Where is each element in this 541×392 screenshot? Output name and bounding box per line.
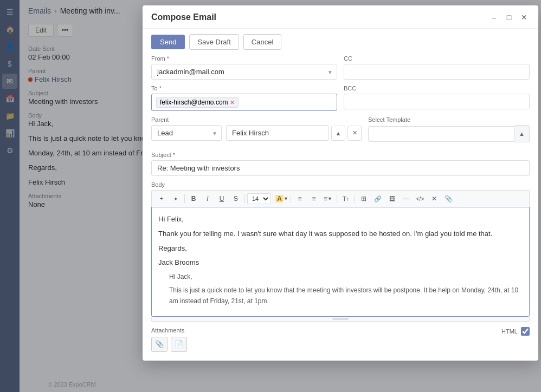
bcc-group: BCC: [344, 85, 530, 109]
editor-greeting: Hi Felix,: [158, 214, 523, 225]
parent-template-row: Parent Lead ▼ ▲ ✕: [151, 116, 530, 146]
toolbar-separator-6: [355, 194, 355, 203]
editor-link-button[interactable]: 🔗: [371, 193, 384, 205]
attachments-section: Attachments 📎 📄: [151, 327, 187, 352]
cc-group: CC: [344, 55, 530, 80]
editor-attach-button[interactable]: 📎: [442, 193, 455, 205]
to-group: To * felix-hirsch@demo.com ×: [151, 85, 337, 111]
toolbar-separator-5: [337, 194, 337, 203]
parent-name-input[interactable]: [226, 125, 329, 141]
parent-value-wrap: ▲ ✕: [226, 125, 362, 141]
from-cc-row: From * jackadmin@mail.com ▼ CC: [151, 55, 530, 80]
editor-content-area[interactable]: Hi Felix, Thank you for telling me. I wa…: [151, 207, 530, 317]
editor-ol-button[interactable]: ≡: [307, 193, 320, 205]
template-input[interactable]: [368, 126, 514, 142]
editor-align-button[interactable]: ≡▼: [321, 193, 334, 205]
modal-title: Compose Email: [151, 12, 216, 22]
editor-magic-button[interactable]: ✦: [169, 193, 182, 205]
from-select[interactable]: jackadmin@mail.com: [151, 64, 337, 80]
editor-paragraph: Thank you for telling me. I wasn't sure …: [158, 228, 523, 240]
editor-quote-block: Hi Jack, This is just a quick note to le…: [169, 272, 523, 306]
resize-bar: [332, 318, 349, 320]
cancel-button[interactable]: Cancel: [243, 34, 281, 50]
parent-type-input-wrap: Lead ▼: [151, 125, 222, 141]
minimize-button[interactable]: –: [488, 12, 499, 23]
bottom-row: Attachments 📎 📄 HTML: [151, 327, 530, 352]
parent-clear-button[interactable]: ✕: [347, 126, 362, 141]
parent-up-button[interactable]: ▲: [331, 126, 345, 141]
cc-input[interactable]: [344, 64, 530, 80]
subject-label: Subject *: [151, 152, 530, 158]
html-checkbox[interactable]: [521, 327, 530, 336]
to-email-value: felix-hirsch@demo.com: [160, 99, 228, 106]
highlight-arrow: ▼: [284, 196, 288, 201]
editor-code-button[interactable]: </>: [414, 193, 427, 205]
editor-quote-greeting: Hi Jack,: [169, 272, 523, 282]
from-input-wrap: jackadmin@mail.com ▼: [151, 64, 337, 80]
modal-form: From * jackadmin@mail.com ▼ CC To * f: [143, 55, 538, 361]
parent-group: Parent Lead ▼ ▲ ✕: [151, 116, 362, 146]
parent-label: Parent: [151, 116, 362, 123]
parent-type-select[interactable]: Lead: [151, 125, 222, 141]
editor-image-button[interactable]: 🖼: [385, 193, 398, 205]
editor-resize-handle[interactable]: [151, 317, 530, 322]
body-label: Body: [151, 181, 530, 188]
editor-bold-button[interactable]: B: [187, 193, 200, 205]
send-button[interactable]: Send: [151, 35, 185, 49]
toolbar-separator-4: [291, 194, 291, 203]
bcc-label: BCC: [344, 85, 530, 92]
highlight-icon: A: [275, 195, 284, 202]
editor-quote-body: This is just a quick note to let you kno…: [169, 285, 523, 306]
to-bcc-row: To * felix-hirsch@demo.com × BCC: [151, 85, 530, 111]
editor-hr-button[interactable]: —: [400, 193, 413, 205]
subject-input[interactable]: [151, 160, 530, 176]
parent-type-wrap: Lead ▼: [151, 125, 222, 141]
html-label: HTML: [501, 328, 518, 335]
html-section: HTML: [501, 327, 530, 336]
editor-plus-button[interactable]: +: [155, 193, 168, 205]
from-label: From *: [151, 55, 337, 62]
body-section: Body + ✦ B I U S 14 A ▼ ≡: [151, 181, 530, 322]
toolbar-separator-2: [244, 194, 245, 203]
save-draft-button[interactable]: Save Draft: [189, 34, 239, 50]
to-email-tag: felix-hirsch@demo.com ×: [156, 97, 239, 108]
editor-regards: Regards,: [158, 243, 523, 254]
toolbar-separator-3: [273, 194, 273, 203]
editor-highlight-button[interactable]: A ▼: [275, 193, 288, 205]
modal-controls: – □ ✕: [488, 12, 530, 23]
editor-table-button[interactable]: ⊞: [357, 193, 370, 205]
template-dropdown-button[interactable]: ▲: [514, 125, 530, 142]
editor-strikethrough-button[interactable]: S: [229, 193, 242, 205]
editor-format-button[interactable]: T↑: [339, 193, 352, 205]
editor-ul-button[interactable]: ≡: [293, 193, 306, 205]
to-email-remove-button[interactable]: ×: [230, 99, 235, 106]
close-button[interactable]: ✕: [519, 12, 530, 23]
maximize-button[interactable]: □: [504, 12, 514, 23]
editor-italic-button[interactable]: I: [201, 193, 214, 205]
parent-fields-row: Lead ▼ ▲ ✕: [151, 125, 362, 141]
editor-font-size-select[interactable]: 14: [247, 193, 270, 204]
to-field-container[interactable]: felix-hirsch@demo.com ×: [151, 94, 337, 111]
modal-header: Compose Email – □ ✕: [143, 5, 538, 29]
attachments-label: Attachments: [151, 327, 187, 334]
subject-row: Subject *: [151, 152, 530, 176]
compose-email-modal: Compose Email – □ ✕ Send Save Draft Canc…: [143, 5, 538, 361]
attach-file-button[interactable]: 📎: [151, 337, 168, 352]
editor-underline-button[interactable]: U: [215, 193, 228, 205]
template-group: Select Template ▲: [368, 116, 530, 142]
toolbar-separator-1: [184, 194, 185, 203]
template-label: Select Template: [368, 116, 530, 123]
attach-doc-button[interactable]: 📄: [171, 337, 187, 352]
from-group: From * jackadmin@mail.com ▼: [151, 55, 337, 80]
cc-label: CC: [344, 55, 530, 62]
editor-clear-button[interactable]: ✕: [428, 193, 441, 205]
modal-action-toolbar: Send Save Draft Cancel: [143, 29, 538, 55]
to-label: To *: [151, 85, 337, 92]
attach-buttons: 📎 📄: [151, 337, 187, 352]
editor-sender: Jack Brooms: [158, 257, 523, 269]
bcc-input[interactable]: [344, 94, 530, 109]
template-input-wrap: ▲: [368, 125, 530, 142]
editor-toolbar: + ✦ B I U S 14 A ▼ ≡ ≡: [151, 190, 530, 207]
